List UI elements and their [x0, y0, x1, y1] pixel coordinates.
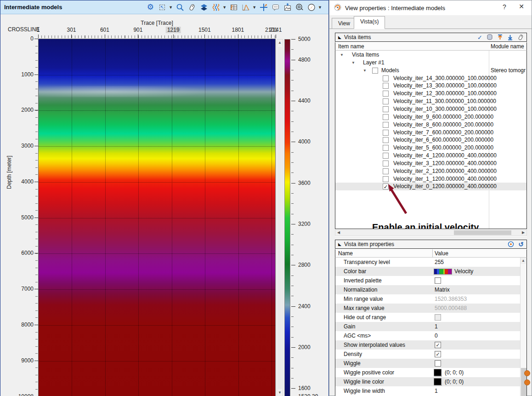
- mouse-tools-icon[interactable]: [187, 3, 197, 12]
- vista-items-header[interactable]: ◣ Vista items ✓: [335, 33, 527, 42]
- database-copy-icon[interactable]: [487, 34, 493, 40]
- color-swatch[interactable]: [434, 378, 441, 385]
- scroll-up-arrow-icon[interactable]: ▲: [521, 258, 526, 264]
- property-value[interactable]: 1520.386353: [435, 296, 467, 302]
- property-row[interactable]: Transparency level255: [335, 258, 526, 267]
- tree-item-label[interactable]: Velocity_iter_3_1200.000000_400.000000: [393, 160, 497, 166]
- expander-arrow-icon[interactable]: ▼: [351, 61, 355, 65]
- tree-row[interactable]: Velocity_iter_3_1200.000000_400.000000: [335, 160, 526, 167]
- item-checkbox[interactable]: [383, 91, 389, 97]
- tree-row[interactable]: ▼ModelsStereo tomogr: [335, 67, 526, 75]
- tree-item-label[interactable]: Velocity_iter_4_1200.000000_400.000000: [393, 152, 497, 159]
- column-value[interactable]: Value: [435, 250, 448, 257]
- tree-item-label[interactable]: Velocity_iter_13_300.000000_100.000000: [393, 82, 497, 89]
- dropdown-arrow-icon[interactable]: ▼: [169, 5, 173, 10]
- expander-arrow-icon[interactable]: ▼: [363, 69, 367, 73]
- property-row[interactable]: Min range value1520.386353: [335, 294, 526, 304]
- item-checkbox[interactable]: [383, 114, 389, 120]
- tree-item-label[interactable]: Models: [381, 67, 399, 74]
- item-checkbox[interactable]: [383, 130, 389, 136]
- property-value[interactable]: 1: [435, 323, 438, 330]
- settings-gear-icon[interactable]: ⚙: [146, 3, 155, 12]
- clipped-color-picker-icon[interactable]: [524, 370, 530, 376]
- zoom-actual-icon[interactable]: [295, 3, 304, 12]
- tree-item-label[interactable]: Velocity_iter_2_1200.000000_400.000000: [393, 168, 497, 174]
- column-module-name[interactable]: Module name: [491, 43, 524, 50]
- wiggle-display-icon[interactable]: [211, 3, 221, 12]
- item-checkbox[interactable]: [383, 153, 389, 159]
- colorbar-preview-swatch[interactable]: [434, 269, 452, 275]
- property-value[interactable]: 255: [435, 259, 444, 265]
- property-row[interactable]: Hide out of range: [335, 313, 526, 322]
- tree-horizontal-scrollbar[interactable]: ◀ ▶: [335, 230, 527, 236]
- scroll-down-arrow-icon[interactable]: ▼: [277, 390, 283, 396]
- tree-row[interactable]: ▼Layer #1: [335, 59, 526, 67]
- property-row[interactable]: Color barVelocity: [335, 267, 526, 276]
- tree-item-label[interactable]: Velocity_iter_7_600.000000_200.000000: [393, 129, 493, 136]
- spreadsheet-icon[interactable]: [229, 3, 238, 12]
- tree-row[interactable]: Velocity_iter_0_1200.000000_400.000000: [335, 183, 526, 190]
- layers-icon[interactable]: [199, 3, 209, 12]
- scrollbar-thumb[interactable]: [277, 46, 282, 389]
- tree-row[interactable]: Velocity_iter_8_600.000000_200.000000: [335, 121, 526, 129]
- tree-row[interactable]: Velocity_iter_4_1200.000000_400.000000: [335, 152, 526, 160]
- tree-row[interactable]: Velocity_iter_7_600.000000_200.000000: [335, 129, 526, 137]
- item-checkbox[interactable]: [383, 137, 389, 143]
- tree-item-label[interactable]: Velocity_iter_0_1200.000000_400.000000: [393, 183, 497, 189]
- close-button[interactable]: ✕: [516, 3, 527, 13]
- column-item-name[interactable]: Item name: [338, 43, 364, 50]
- dropdown-arrow-icon[interactable]: ▼: [318, 5, 322, 10]
- tree-row[interactable]: ▼Vista Items: [335, 51, 526, 59]
- import-down-icon[interactable]: [507, 34, 513, 40]
- tree-item-label[interactable]: Velocity_iter_5_600.000000_200.000000: [393, 144, 493, 151]
- item-checkbox[interactable]: [383, 168, 389, 174]
- property-row[interactable]: Wiggle line color(0; 0; 0): [335, 377, 526, 386]
- property-row[interactable]: Gain1: [335, 322, 526, 331]
- help-button[interactable]: ?: [499, 3, 509, 12]
- item-checkbox[interactable]: [383, 145, 389, 151]
- tree-item-label[interactable]: Velocity_iter_8_600.000000_200.000000: [393, 121, 493, 128]
- export-up-icon[interactable]: [497, 34, 503, 40]
- property-row[interactable]: Max range value5000.000488: [335, 304, 526, 313]
- export-image-icon[interactable]: [283, 3, 292, 12]
- tree-item-label[interactable]: Velocity_iter_14_300.000000_100.000000: [393, 75, 497, 81]
- item-checkbox[interactable]: [383, 176, 389, 182]
- item-checkbox[interactable]: [372, 68, 378, 74]
- tree-item-label[interactable]: Velocity_iter_12_300.000000_100.000000: [393, 90, 497, 97]
- tab-view[interactable]: View: [332, 18, 357, 29]
- scroll-up-arrow-icon[interactable]: ▲: [277, 40, 283, 46]
- collapse-triangle-icon[interactable]: ◣: [338, 242, 341, 247]
- property-value[interactable]: 1: [435, 388, 438, 394]
- property-row[interactable]: Wiggle positive color(0; 0; 0): [335, 368, 526, 377]
- tree-item-label[interactable]: Velocity_iter_11_300.000000_100.000000: [393, 98, 496, 104]
- property-checkbox[interactable]: [435, 351, 441, 357]
- scrollbar-thumb[interactable]: [454, 230, 511, 235]
- tree-item-label[interactable]: Vista Items: [352, 52, 379, 58]
- tree-item-label[interactable]: Velocity_iter_9_600.000000_200.000000: [393, 114, 493, 120]
- select-region-icon[interactable]: ↖: [158, 3, 167, 12]
- tree-row[interactable]: Velocity_iter_11_300.000000_100.000000: [335, 98, 526, 105]
- collapse-triangle-icon[interactable]: ◣: [338, 35, 341, 40]
- property-value[interactable]: 5000.000488: [435, 305, 467, 311]
- target-icon[interactable]: [508, 241, 514, 247]
- column-name[interactable]: Name: [338, 250, 353, 257]
- property-row[interactable]: AGC <ms>0: [335, 331, 526, 340]
- property-row[interactable]: Density: [335, 350, 526, 359]
- undo-icon[interactable]: ↺: [518, 241, 524, 247]
- item-checkbox[interactable]: [383, 75, 389, 81]
- property-row[interactable]: NormalizationMatrix: [335, 285, 526, 294]
- scroll-right-arrow-icon[interactable]: ▶: [520, 230, 526, 235]
- property-row[interactable]: Show interpolated values: [335, 340, 526, 350]
- velocity-heatmap[interactable]: [38, 39, 276, 396]
- check-all-icon[interactable]: ✓: [477, 34, 482, 41]
- property-value[interactable]: 0: [435, 333, 438, 339]
- color-swatch[interactable]: [434, 369, 441, 376]
- tree-row[interactable]: Velocity_iter_14_300.000000_100.000000: [335, 75, 526, 82]
- item-checkbox[interactable]: [383, 122, 389, 128]
- tree-row[interactable]: Velocity_iter_13_300.000000_100.000000: [335, 82, 526, 90]
- item-checkbox[interactable]: [383, 161, 389, 166]
- properties-column-header[interactable]: Name Value: [335, 249, 527, 258]
- properties-titlebar[interactable]: View properties : Intermediate models ? …: [329, 0, 532, 15]
- item-checkbox[interactable]: [383, 98, 389, 104]
- property-checkbox[interactable]: [435, 277, 441, 284]
